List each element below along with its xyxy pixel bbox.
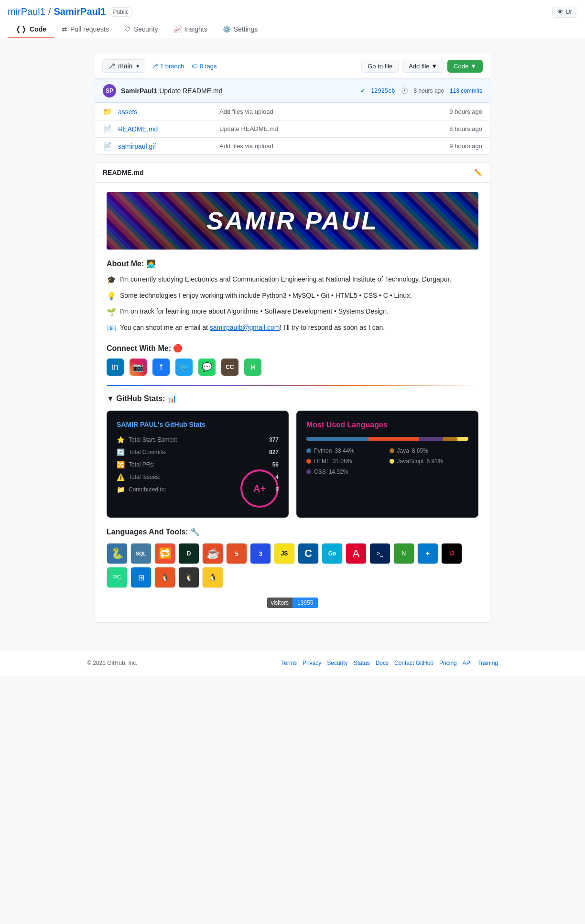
file-time: 9 hours ago: [449, 108, 482, 115]
footer-link-privacy[interactable]: Privacy: [303, 660, 321, 666]
tag-icon: 🏷: [192, 63, 198, 70]
branch-count-link[interactable]: ⎇ 1 branch: [151, 63, 184, 70]
file-row: 📁 assets Add files via upload 9 hours ag…: [95, 103, 490, 120]
linkedin-icon[interactable]: in: [107, 359, 124, 376]
footer-link-docs[interactable]: Docs: [376, 660, 389, 666]
issues-icon: ⚠️: [117, 473, 125, 481]
html-dot: [306, 459, 311, 464]
legend-js: JavaScript 6.91%: [390, 458, 469, 465]
stat-row-stars: ⭐ Total Stars Earned: 377: [117, 436, 279, 444]
instagram-icon[interactable]: 📷: [130, 359, 147, 376]
codechef-icon[interactable]: CC: [221, 359, 238, 376]
chevron-down-icon: ▼: [470, 63, 477, 70]
add-file-button[interactable]: Add file ▼: [402, 60, 444, 73]
stat-label-stars: Total Stars Earned:: [129, 436, 265, 443]
stat-row-issues: ⚠️ Total Issues: 4: [117, 473, 279, 481]
tool-vscode: ✦: [417, 543, 438, 564]
file-name[interactable]: samirpaul.gif: [118, 142, 214, 150]
footer-link-pricing[interactable]: Pricing: [439, 660, 457, 666]
watch-button[interactable]: 👁 Ur: [552, 6, 577, 18]
whatsapp-icon[interactable]: 💬: [198, 359, 216, 376]
banner-text: SAMIR PAUL: [206, 207, 379, 235]
clock-icon: 🕐: [401, 87, 408, 94]
footer-link-training[interactable]: Training: [477, 660, 498, 666]
lang-bar-css: [419, 437, 444, 441]
lang-bar-python: [306, 437, 368, 441]
tool-css3: 3: [250, 543, 271, 564]
insights-icon: 📈: [173, 25, 182, 33]
star-icon: ⭐: [117, 436, 125, 444]
about-line-2: 💡 Some technologies I enjoy working with…: [107, 290, 478, 303]
go-to-file-button[interactable]: Go to file: [361, 60, 399, 73]
repo-name[interactable]: SamirPaul1: [54, 6, 106, 17]
branch-actions: Go to file Add file ▼ Code ▼: [361, 60, 483, 73]
legend-java: Java 8.65%: [390, 447, 469, 454]
file-name[interactable]: README.md: [118, 125, 214, 133]
footer-link-contact[interactable]: Contact GitHub: [394, 660, 433, 666]
about-line-3: 🌱 I'm on track for learning more about A…: [107, 306, 478, 318]
branch-info: ⎇ 1 branch 🏷 0 tags: [151, 63, 217, 70]
email-icon: 📧: [107, 322, 116, 335]
tool-ubuntu: 🐧: [154, 567, 175, 588]
file-name[interactable]: assets: [118, 108, 214, 116]
pr-stat-icon: 🔀: [117, 461, 125, 468]
branch-selector[interactable]: ⎇ main ▼: [102, 59, 145, 73]
branch-bar: ⎇ main ▼ ⎇ 1 branch 🏷 0 tags Go to file …: [95, 54, 490, 79]
file-commit-msg: Update README.md: [219, 125, 444, 132]
tag-count-link[interactable]: 🏷 0 tags: [192, 63, 217, 70]
chevron-down-icon: ▼: [135, 64, 140, 69]
legend-html: HTML 31.08%: [306, 458, 386, 465]
about-text-3: I'm on track for learning more about Alg…: [120, 306, 389, 316]
python-dot: [306, 448, 311, 453]
tab-code[interactable]: ❬❭ Code: [8, 22, 54, 38]
twitter-icon[interactable]: 🐦: [175, 359, 193, 376]
tool-intellij: IJ: [441, 543, 462, 564]
main-content: ⎇ main ▼ ⎇ 1 branch 🏷 0 tags Go to file …: [87, 38, 498, 640]
commit-author[interactable]: SamirPaul1: [121, 87, 157, 95]
footer-copyright: © 2021 GitHub, Inc.: [87, 660, 138, 666]
commit-hash[interactable]: 12925cb: [371, 87, 395, 94]
tab-security[interactable]: 🛡 Security: [117, 22, 166, 38]
about-text-1: I'm currently studying Electronics and C…: [120, 274, 451, 284]
tools-title: Languages And Tools: 🔧: [107, 527, 478, 536]
about-section: About Me: 🧑‍💻 🎓 I'm currently studying E…: [107, 259, 478, 334]
hackerrank-icon[interactable]: H: [244, 359, 261, 376]
seedling-icon: 🌱: [107, 306, 116, 318]
about-line-1: 🎓 I'm currently studying Electronics and…: [107, 274, 478, 286]
stat-row-prs: 🔀 Total PRs: 56: [117, 461, 279, 468]
facebook-icon[interactable]: f: [152, 359, 170, 376]
tools-section: Languages And Tools: 🔧 🐍 SQL 🔁 D ☕ 5 3 J…: [107, 527, 478, 588]
commits-count-link[interactable]: 113 commits: [450, 87, 482, 94]
lang-bar-html: [368, 437, 419, 441]
footer: © 2021 GitHub, Inc. Terms Privacy Securi…: [0, 650, 585, 676]
footer-link-status[interactable]: Status: [354, 660, 370, 666]
tab-insights[interactable]: 📈 Insights: [166, 22, 215, 38]
stats-card-title: SAMIR PAUL's GitHub Stats: [117, 421, 279, 428]
footer-link-security[interactable]: Security: [327, 660, 347, 666]
tool-pycharm: PC: [107, 567, 128, 588]
tab-settings[interactable]: ⚙️ Settings: [215, 22, 266, 38]
commits-count-text: 113 commits: [450, 87, 482, 94]
footer-link-terms[interactable]: Terms: [281, 660, 297, 666]
code-button[interactable]: Code ▼: [447, 60, 483, 73]
tab-pull-requests[interactable]: ⇄ Pull requests: [54, 22, 117, 38]
badge-value: 13955: [292, 598, 318, 608]
repo-owner[interactable]: mirPaul1: [8, 6, 45, 17]
python-label: Python: [314, 447, 332, 454]
css-label: CSS: [314, 468, 326, 475]
legend-python: Python 38.44%: [306, 447, 386, 454]
tool-python: 🐍: [107, 543, 128, 564]
edit-icon[interactable]: ✏️: [474, 169, 482, 176]
stat-row-commits: 🔄 Total Commits: 827: [117, 448, 279, 456]
badge: visitors 13955: [267, 598, 318, 608]
file-row: 📄 samirpaul.gif Add files via upload 9 h…: [95, 138, 490, 154]
file-time: 8 hours ago: [449, 125, 482, 132]
tool-java: ☕: [202, 543, 223, 564]
about-line-4: 📧 You can shoot me an email at samirpaul…: [107, 322, 478, 335]
email-link[interactable]: samirpaulb@gmail.com: [210, 324, 280, 331]
footer-link-api[interactable]: API: [463, 660, 472, 666]
tool-linux: 🐧: [178, 567, 199, 588]
commit-info: SamirPaul1 Update README.md: [121, 87, 356, 95]
social-icons-row: in 📷 f 🐦 💬 CC H: [107, 359, 478, 376]
stat-row-contributed: 📁 Contributed to: 9: [117, 486, 279, 493]
